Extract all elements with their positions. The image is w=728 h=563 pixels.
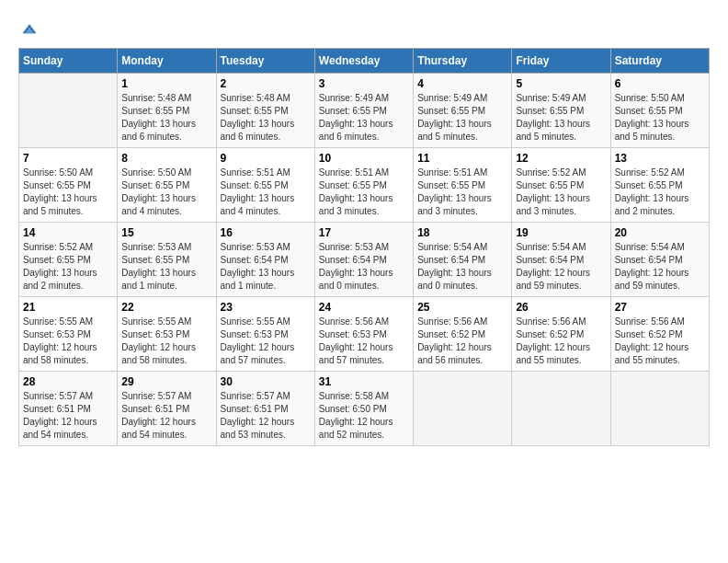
day-info: Sunrise: 5:48 AMSunset: 6:55 PMDaylight:… — [121, 92, 211, 144]
day-info: Sunrise: 5:52 AMSunset: 6:55 PMDaylight:… — [516, 167, 606, 218]
day-header-saturday: Saturday — [610, 49, 709, 74]
day-info: Sunrise: 5:49 AMSunset: 6:55 PMDaylight:… — [417, 92, 507, 144]
day-info: Sunrise: 5:49 AMSunset: 6:55 PMDaylight:… — [319, 92, 409, 144]
day-info: Sunrise: 5:56 AMSunset: 6:52 PMDaylight:… — [615, 316, 705, 367]
day-cell: 10Sunrise: 5:51 AMSunset: 6:55 PMDayligh… — [314, 148, 413, 223]
day-number: 18 — [417, 226, 507, 239]
day-number: 29 — [121, 375, 211, 388]
day-number: 8 — [121, 152, 211, 165]
day-cell: 6Sunrise: 5:50 AMSunset: 6:55 PMDaylight… — [610, 74, 709, 148]
day-cell: 25Sunrise: 5:56 AMSunset: 6:52 PMDayligh… — [414, 297, 512, 372]
day-cell: 31Sunrise: 5:58 AMSunset: 6:50 PMDayligh… — [314, 372, 413, 446]
day-header-monday: Monday — [118, 49, 216, 74]
day-number: 4 — [417, 77, 507, 90]
day-info: Sunrise: 5:54 AMSunset: 6:54 PMDaylight:… — [615, 241, 705, 293]
day-cell: 9Sunrise: 5:51 AMSunset: 6:55 PMDaylight… — [216, 148, 314, 223]
day-number: 16 — [221, 226, 311, 239]
day-info: Sunrise: 5:53 AMSunset: 6:54 PMDaylight:… — [319, 241, 409, 293]
week-row-1: 1Sunrise: 5:48 AMSunset: 6:55 PMDaylight… — [19, 74, 710, 148]
day-info: Sunrise: 5:57 AMSunset: 6:51 PMDaylight:… — [221, 390, 311, 442]
day-number: 24 — [319, 301, 409, 314]
page-header — [18, 18, 710, 39]
day-number: 11 — [417, 152, 507, 165]
day-cell: 7Sunrise: 5:50 AMSunset: 6:55 PMDaylight… — [19, 148, 118, 223]
day-number: 25 — [417, 301, 507, 314]
day-number: 30 — [221, 375, 311, 388]
day-header-friday: Friday — [512, 49, 610, 74]
day-header-tuesday: Tuesday — [216, 49, 314, 74]
day-cell — [512, 372, 610, 446]
day-cell: 5Sunrise: 5:49 AMSunset: 6:55 PMDaylight… — [512, 74, 610, 148]
day-number: 22 — [121, 301, 211, 314]
day-cell: 20Sunrise: 5:54 AMSunset: 6:54 PMDayligh… — [610, 223, 709, 297]
day-cell: 27Sunrise: 5:56 AMSunset: 6:52 PMDayligh… — [610, 297, 709, 372]
day-number: 1 — [121, 77, 211, 90]
logo-icon — [20, 20, 39, 39]
day-cell: 24Sunrise: 5:56 AMSunset: 6:53 PMDayligh… — [314, 297, 413, 372]
day-info: Sunrise: 5:52 AMSunset: 6:55 PMDaylight:… — [615, 167, 705, 218]
day-cell — [610, 372, 709, 446]
day-number: 14 — [23, 226, 113, 239]
day-header-thursday: Thursday — [414, 49, 512, 74]
day-info: Sunrise: 5:50 AMSunset: 6:55 PMDaylight:… — [121, 167, 211, 218]
day-number: 10 — [319, 152, 409, 165]
day-cell — [19, 74, 118, 148]
day-info: Sunrise: 5:50 AMSunset: 6:55 PMDaylight:… — [615, 92, 705, 144]
day-info: Sunrise: 5:54 AMSunset: 6:54 PMDaylight:… — [516, 241, 606, 293]
day-info: Sunrise: 5:56 AMSunset: 6:52 PMDaylight:… — [516, 316, 606, 367]
day-cell: 14Sunrise: 5:52 AMSunset: 6:55 PMDayligh… — [19, 223, 118, 297]
logo — [18, 18, 39, 39]
day-header-sunday: Sunday — [19, 49, 118, 74]
day-cell: 22Sunrise: 5:55 AMSunset: 6:53 PMDayligh… — [118, 297, 216, 372]
day-number: 6 — [615, 77, 705, 90]
day-info: Sunrise: 5:55 AMSunset: 6:53 PMDaylight:… — [221, 316, 311, 367]
week-row-5: 28Sunrise: 5:57 AMSunset: 6:51 PMDayligh… — [19, 372, 710, 446]
day-info: Sunrise: 5:51 AMSunset: 6:55 PMDaylight:… — [221, 167, 311, 218]
day-cell: 11Sunrise: 5:51 AMSunset: 6:55 PMDayligh… — [414, 148, 512, 223]
day-cell: 13Sunrise: 5:52 AMSunset: 6:55 PMDayligh… — [610, 148, 709, 223]
day-cell: 8Sunrise: 5:50 AMSunset: 6:55 PMDaylight… — [118, 148, 216, 223]
day-cell: 30Sunrise: 5:57 AMSunset: 6:51 PMDayligh… — [216, 372, 314, 446]
day-info: Sunrise: 5:51 AMSunset: 6:55 PMDaylight:… — [319, 167, 409, 218]
day-cell: 19Sunrise: 5:54 AMSunset: 6:54 PMDayligh… — [512, 223, 610, 297]
day-info: Sunrise: 5:55 AMSunset: 6:53 PMDaylight:… — [121, 316, 211, 367]
day-info: Sunrise: 5:57 AMSunset: 6:51 PMDaylight:… — [23, 390, 113, 442]
day-cell: 4Sunrise: 5:49 AMSunset: 6:55 PMDaylight… — [414, 74, 512, 148]
day-number: 27 — [615, 301, 705, 314]
day-number: 3 — [319, 77, 409, 90]
day-info: Sunrise: 5:55 AMSunset: 6:53 PMDaylight:… — [23, 316, 113, 367]
day-info: Sunrise: 5:53 AMSunset: 6:55 PMDaylight:… — [121, 241, 211, 293]
day-cell: 16Sunrise: 5:53 AMSunset: 6:54 PMDayligh… — [216, 223, 314, 297]
day-cell: 1Sunrise: 5:48 AMSunset: 6:55 PMDaylight… — [118, 74, 216, 148]
day-cell: 23Sunrise: 5:55 AMSunset: 6:53 PMDayligh… — [216, 297, 314, 372]
day-cell: 18Sunrise: 5:54 AMSunset: 6:54 PMDayligh… — [414, 223, 512, 297]
day-number: 20 — [615, 226, 705, 239]
day-number: 15 — [121, 226, 211, 239]
day-header-wednesday: Wednesday — [314, 49, 413, 74]
day-number: 26 — [516, 301, 606, 314]
day-number: 21 — [23, 301, 113, 314]
day-cell: 2Sunrise: 5:48 AMSunset: 6:55 PMDaylight… — [216, 74, 314, 148]
day-number: 28 — [23, 375, 113, 388]
day-cell: 29Sunrise: 5:57 AMSunset: 6:51 PMDayligh… — [118, 372, 216, 446]
day-info: Sunrise: 5:57 AMSunset: 6:51 PMDaylight:… — [121, 390, 211, 442]
day-info: Sunrise: 5:48 AMSunset: 6:55 PMDaylight:… — [221, 92, 311, 144]
calendar-table: SundayMondayTuesdayWednesdayThursdayFrid… — [18, 48, 710, 446]
day-cell: 17Sunrise: 5:53 AMSunset: 6:54 PMDayligh… — [314, 223, 413, 297]
day-number: 23 — [221, 301, 311, 314]
day-number: 7 — [23, 152, 113, 165]
day-info: Sunrise: 5:54 AMSunset: 6:54 PMDaylight:… — [417, 241, 507, 293]
header-row: SundayMondayTuesdayWednesdayThursdayFrid… — [19, 49, 710, 74]
day-number: 17 — [319, 226, 409, 239]
day-cell: 28Sunrise: 5:57 AMSunset: 6:51 PMDayligh… — [19, 372, 118, 446]
day-info: Sunrise: 5:56 AMSunset: 6:52 PMDaylight:… — [417, 316, 507, 367]
week-row-3: 14Sunrise: 5:52 AMSunset: 6:55 PMDayligh… — [19, 223, 710, 297]
day-cell: 15Sunrise: 5:53 AMSunset: 6:55 PMDayligh… — [118, 223, 216, 297]
day-number: 13 — [615, 152, 705, 165]
day-cell: 3Sunrise: 5:49 AMSunset: 6:55 PMDaylight… — [314, 74, 413, 148]
day-cell: 12Sunrise: 5:52 AMSunset: 6:55 PMDayligh… — [512, 148, 610, 223]
day-number: 5 — [516, 77, 606, 90]
day-cell: 21Sunrise: 5:55 AMSunset: 6:53 PMDayligh… — [19, 297, 118, 372]
day-info: Sunrise: 5:53 AMSunset: 6:54 PMDaylight:… — [221, 241, 311, 293]
week-row-2: 7Sunrise: 5:50 AMSunset: 6:55 PMDaylight… — [19, 148, 710, 223]
